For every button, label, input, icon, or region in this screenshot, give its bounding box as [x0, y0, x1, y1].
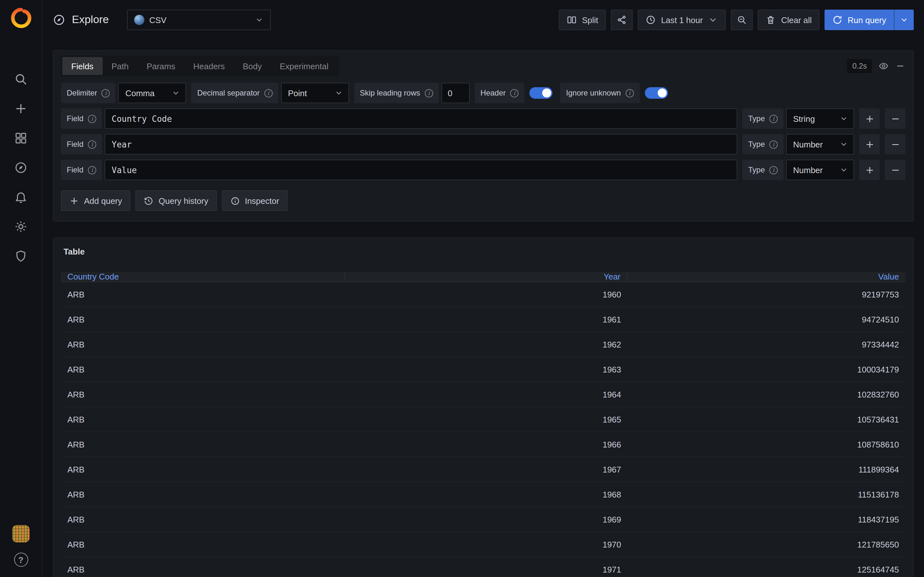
skip-leading-rows-input[interactable]: [441, 83, 470, 103]
remove-field-button[interactable]: [885, 134, 905, 155]
info-icon: [769, 114, 778, 123]
cell-country-code: ARB: [61, 532, 346, 556]
cell-year: 1970: [346, 532, 628, 556]
zoom-out-icon: [737, 15, 747, 25]
type-label: Type: [742, 108, 783, 129]
info-circle-icon: [230, 196, 240, 205]
table-row: ARB 1968 115136178: [61, 482, 905, 507]
hide-response-button[interactable]: [879, 61, 889, 71]
explore-header: Explore: [53, 13, 109, 26]
clock-icon: [646, 15, 656, 25]
cell-value: 94724510: [628, 307, 905, 332]
panel-title: Table: [63, 247, 903, 256]
header-toggle[interactable]: [529, 87, 552, 99]
add-field-button[interactable]: [859, 108, 880, 129]
field-type-select[interactable]: Number: [786, 160, 854, 180]
skip-leading-rows-group: Skip leading rows: [354, 83, 469, 103]
cell-country-code: ARB: [61, 507, 346, 532]
security-shield-icon[interactable]: [7, 241, 35, 271]
settings-gear-icon[interactable]: [7, 211, 35, 241]
delimiter-select[interactable]: Comma: [118, 83, 186, 103]
field-row: Field Type Number: [61, 160, 905, 180]
split-button[interactable]: Split: [559, 10, 606, 30]
minus-icon: [890, 165, 900, 175]
cell-year: 1963: [346, 357, 628, 382]
run-query-button[interactable]: Run query: [825, 10, 894, 30]
query-history-button[interactable]: Query history: [136, 190, 217, 211]
table-panel: Table Country Code Year Value ARB 1960 9…: [53, 237, 914, 577]
inspector-button[interactable]: Inspector: [222, 190, 288, 211]
tab-body[interactable]: Body: [234, 57, 271, 75]
field-row: Field Type String: [61, 108, 905, 129]
editor-tab-bar: Fields Path Params Headers Body Experime…: [61, 56, 339, 76]
main-area: Explore CSV Split Last 1 hour: [42, 0, 924, 577]
remove-field-button[interactable]: [885, 108, 905, 129]
table-header-row: Country Code Year Value: [61, 272, 905, 282]
info-icon: [510, 89, 519, 97]
share-button[interactable]: [611, 10, 633, 30]
history-icon: [144, 196, 153, 205]
query-editor-panel: Fields Path Params Headers Body Experime…: [53, 50, 914, 222]
field-name-input[interactable]: [105, 134, 737, 155]
user-avatar[interactable]: [12, 525, 29, 542]
tab-fields[interactable]: Fields: [62, 57, 102, 75]
minus-icon: [895, 61, 905, 71]
cell-year: 1966: [346, 432, 628, 456]
query-actions-row: Add query Query history Inspector: [61, 190, 905, 211]
cell-year: 1964: [346, 382, 628, 406]
tab-experimental[interactable]: Experimental: [271, 57, 338, 75]
tab-headers[interactable]: Headers: [184, 57, 234, 75]
time-range-picker[interactable]: Last 1 hour: [638, 10, 726, 30]
field-name-input[interactable]: [105, 108, 737, 129]
search-icon[interactable]: [7, 64, 35, 93]
cell-year: 1961: [346, 307, 628, 332]
field-label: Field: [61, 134, 102, 155]
table-row: ARB 1962 97334442: [61, 332, 905, 357]
cell-country-code: ARB: [61, 407, 346, 432]
field-type-select[interactable]: String: [786, 108, 854, 129]
collapse-query-button[interactable]: [895, 61, 905, 71]
alerting-bell-icon[interactable]: [7, 182, 35, 211]
info-icon: [102, 89, 110, 97]
explore-compass-icon[interactable]: [7, 153, 35, 182]
cell-year: 1962: [346, 332, 628, 356]
run-query-dropdown[interactable]: [894, 10, 914, 30]
datasource-picker[interactable]: CSV: [127, 10, 270, 30]
add-field-button[interactable]: [859, 134, 880, 155]
add-field-button[interactable]: [859, 160, 880, 180]
table-row: ARB 1966 108758610: [61, 432, 905, 457]
minus-icon: [890, 139, 900, 149]
ignore-unknown-toggle[interactable]: [645, 87, 668, 99]
clear-all-button[interactable]: Clear all: [758, 10, 819, 30]
column-header-country-code[interactable]: Country Code: [61, 272, 346, 282]
info-icon: [264, 89, 272, 97]
column-header-year[interactable]: Year: [346, 272, 628, 282]
help-icon[interactable]: [14, 553, 28, 567]
delimiter-label: Delimiter: [61, 83, 116, 103]
decimal-separator-select[interactable]: Point: [281, 83, 349, 103]
add-query-button[interactable]: Add query: [61, 190, 131, 211]
field-label: Field: [61, 108, 102, 129]
zoom-out-button[interactable]: [731, 10, 753, 30]
eye-icon: [879, 61, 889, 71]
tab-params[interactable]: Params: [137, 57, 184, 75]
explore-title-compass-icon: [53, 13, 65, 26]
field-name-input[interactable]: [105, 160, 737, 180]
cell-country-code: ARB: [61, 382, 346, 406]
remove-field-button[interactable]: [885, 160, 905, 180]
grafana-logo-icon[interactable]: [11, 8, 31, 28]
tab-path[interactable]: Path: [102, 57, 137, 75]
cell-value: 121785650: [628, 532, 905, 556]
add-icon[interactable]: [7, 93, 35, 123]
chevron-down-icon: [172, 89, 181, 97]
column-header-value[interactable]: Value: [628, 272, 905, 282]
dashboards-icon[interactable]: [7, 123, 35, 153]
cell-year: 1967: [346, 457, 628, 482]
chevron-down-icon: [839, 114, 848, 123]
datasource-name: CSV: [149, 15, 166, 25]
chevron-down-icon: [334, 89, 343, 97]
field-type-select[interactable]: Number: [786, 134, 854, 155]
cell-year: 1960: [346, 282, 628, 306]
cell-value: 108758610: [628, 432, 905, 456]
info-icon: [88, 140, 96, 148]
